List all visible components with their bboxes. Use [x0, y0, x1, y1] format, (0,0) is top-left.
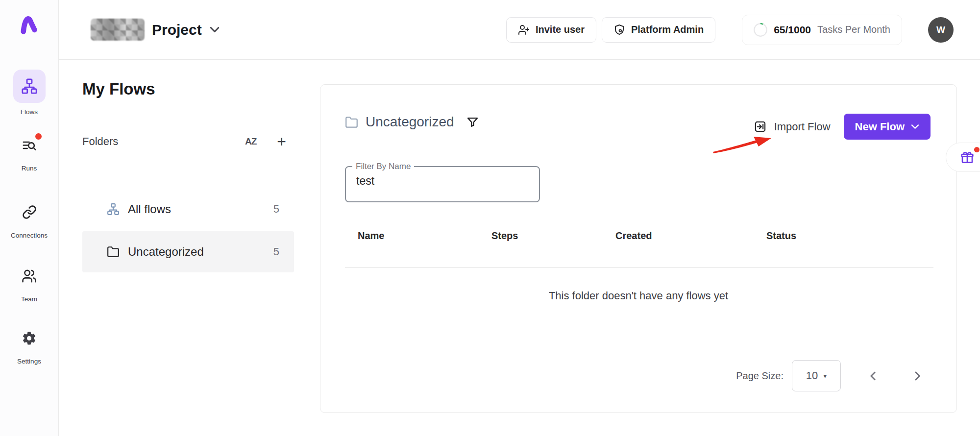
filter-input-value: test	[356, 174, 374, 188]
chevron-down-icon	[209, 26, 220, 33]
previous-page-button chevron-left-icon[interactable]	[869, 371, 877, 381]
folder-icon	[107, 245, 120, 258]
import-flow-button[interactable]: Import Flow	[754, 120, 831, 133]
filter-input-label: Filter By Name	[352, 162, 414, 171]
folder-item-label: All flows	[128, 202, 171, 216]
notification-dot	[35, 133, 42, 140]
folder-item-label: Uncategorized	[128, 245, 204, 259]
sidebar-item-connections[interactable]: Connections	[0, 202, 58, 239]
table-header-row: Name Steps Created Status	[345, 230, 933, 242]
next-page-button chevron-right-icon[interactable]	[914, 371, 921, 381]
card-actions: Import Flow New Flow	[754, 114, 931, 140]
header: Project Invite user	[59, 0, 980, 60]
folder-item-all-flows[interactable]: All flows 5	[82, 189, 294, 230]
folders-label: Folders	[82, 135, 118, 148]
filter-by-name-input[interactable]: Filter By Name test	[345, 166, 540, 202]
sidebar: Flows Runs Conne	[0, 0, 59, 436]
invite-user-button[interactable]: Invite user	[506, 17, 596, 43]
project-label: Project	[152, 22, 202, 38]
filter-funnel-icon[interactable]	[466, 116, 479, 128]
card-folder-title: Uncategorized	[366, 114, 454, 130]
app-window: Flows Runs Conne	[0, 0, 980, 436]
settings-icon gear-icon	[22, 328, 37, 348]
platform-admin-button[interactable]: Platform Admin	[602, 17, 715, 43]
folders-header: Folders AZ +	[82, 134, 294, 149]
sidebar-item-team[interactable]: Team	[0, 266, 58, 303]
notification-dot	[974, 147, 980, 152]
page-size-select[interactable]: 10 ▾	[792, 360, 841, 391]
column-header-created: Created	[615, 230, 766, 242]
sidebar-item-label: Team	[21, 295, 37, 303]
platform-admin-label: Platform Admin	[631, 24, 704, 35]
chevron-down-icon	[911, 124, 919, 129]
app-logo[interactable]	[19, 11, 40, 35]
folder-icon	[345, 116, 358, 129]
card-header: Uncategorized	[345, 114, 479, 130]
connections-icon	[22, 202, 37, 222]
invite-user-label: Invite user	[536, 24, 585, 35]
project-name-redacted	[91, 19, 145, 41]
folder-item-uncategorized[interactable]: Uncategorized 5	[82, 231, 294, 272]
flows-icon	[13, 70, 46, 103]
page-title: My Flows	[82, 80, 155, 98]
tasks-usage-label: Tasks Per Month	[817, 24, 890, 35]
user-plus-icon	[518, 24, 530, 36]
folder-item-count: 5	[273, 245, 279, 258]
sidebar-item-runs[interactable]: Runs	[0, 135, 58, 172]
sidebar-item-settings[interactable]: Settings	[0, 328, 58, 365]
folder-item-count: 5	[273, 203, 279, 216]
whats-new-tab[interactable]	[946, 143, 980, 172]
sidebar-item-flows[interactable]: Flows	[0, 70, 58, 116]
shield-icon	[613, 24, 625, 36]
table-divider	[345, 267, 933, 268]
page-size-label: Page Size:	[736, 370, 784, 382]
sidebar-item-label: Settings	[17, 358, 41, 365]
new-flow-label: New Flow	[855, 121, 905, 133]
sidebar-item-label: Flows	[21, 108, 38, 116]
sort-az-icon[interactable]: AZ	[245, 136, 256, 147]
runs-icon	[22, 135, 37, 155]
column-header-name: Name	[358, 230, 491, 242]
import-flow-label: Import Flow	[774, 121, 831, 133]
new-flow-button[interactable]: New Flow	[844, 114, 931, 140]
team-icon	[22, 266, 37, 286]
import-icon	[754, 120, 767, 133]
empty-state-message: This folder doesn't have any flows yet	[320, 290, 956, 302]
header-actions: Invite user Platform Admin 65/1000 Tasks…	[506, 15, 954, 45]
sidebar-item-label: Connections	[11, 232, 48, 239]
pagination: Page Size: 10 ▾	[736, 360, 921, 391]
sidebar-item-label: Runs	[22, 165, 37, 172]
column-header-status: Status	[766, 230, 933, 242]
column-header-steps: Steps	[491, 230, 615, 242]
flows-table-card: Uncategorized Import Flow	[320, 84, 957, 413]
sitemap-icon	[107, 203, 120, 216]
add-folder-button plus-icon[interactable]: +	[277, 134, 286, 149]
project-selector[interactable]: Project	[91, 19, 220, 41]
tasks-usage-value: 65/1000	[774, 24, 811, 36]
tasks-usage-card[interactable]: 65/1000 Tasks Per Month	[742, 15, 902, 45]
page-size-value: 10	[806, 369, 818, 382]
dropdown-caret-icon: ▾	[823, 372, 827, 380]
user-avatar[interactable]: W	[928, 17, 954, 43]
gift-icon	[959, 149, 975, 165]
progress-ring-icon	[754, 23, 767, 37]
